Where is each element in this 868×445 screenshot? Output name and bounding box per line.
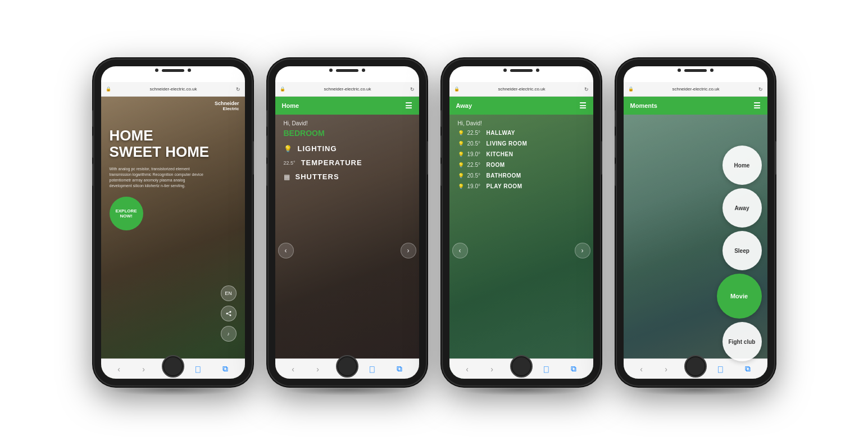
audio-icon[interactable]: ♪ [221, 326, 237, 342]
back-button-2[interactable]: ‹ [292, 365, 294, 374]
tabs-button[interactable]: ⧉ [222, 364, 228, 374]
phone-4-refresh-icon[interactable]: ↻ [758, 87, 763, 92]
app-nav-bar-away: Away ☰ [449, 97, 593, 115]
phone-4-wrap: •• O2-UK ≈ 14:59 ⌸ 8 83% 🔒 schneider-ele… [617, 60, 774, 385]
lighting-label: LIGHTING [298, 144, 337, 153]
phone-3-signal: •• O2-UK ≈ [455, 74, 474, 78]
phone-3-lock-icon: 🔒 [454, 87, 460, 92]
room-living[interactable]: 💡 20.5° LIVING ROOM [458, 140, 585, 147]
phone-2-time: 14:59 [343, 72, 356, 78]
nav-title-away: Away [456, 102, 472, 109]
hamburger-menu-moments[interactable]: ☰ [753, 101, 761, 110]
phone-1: •• O2-UK ≈ 14:59 ⌸ 8 83% 🔒 schneider-ele… [94, 60, 252, 385]
phone-1-home-button[interactable] [162, 355, 184, 378]
nav-arrow-right[interactable]: › [401, 243, 416, 258]
phone-2-signal: •• O2-UK ≈ [281, 74, 300, 78]
moment-sleep[interactable]: Sleep [722, 231, 762, 270]
shutters-label: SHUTTERS [296, 172, 339, 181]
room-hallway[interactable]: 💡 22.5° HALLWAY [458, 130, 585, 136]
room-title: BEDROOM [284, 129, 411, 138]
phone-2-browser-bar: 🔒 schneider-electric.co.uk ↻ [275, 82, 419, 97]
bookmarks-button[interactable]: ⎕ [196, 365, 200, 374]
bulb-icon-playroom: 💡 [458, 184, 464, 189]
forward-button[interactable]: › [142, 365, 145, 374]
nav-arrow-left-away[interactable]: ‹ [452, 243, 468, 258]
logo-line2: Electric [215, 107, 239, 112]
back-button[interactable]: ‹ [117, 365, 120, 374]
phone-3-bg: Hi, David! 💡 22.5° HALLWAY 💡 20.5° [449, 115, 593, 379]
phone-1-signal: •• O2-UK ≈ [107, 74, 126, 78]
name-room: ROOM [487, 162, 505, 168]
phone-2-home-button[interactable] [336, 355, 358, 378]
bulb-icon-kitchen: 💡 [458, 152, 464, 157]
phone-1-wrap: •• O2-UK ≈ 14:59 ⌸ 8 83% 🔒 schneider-ele… [94, 60, 252, 385]
temp-room: 22.5° [467, 162, 483, 168]
phone-4-bg: Home Away Sleep Movie Fight club [624, 115, 767, 379]
phone-1-refresh-icon[interactable]: ↻ [236, 87, 240, 92]
phone-3-screen: •• O2-UK ≈ 14:59 ⌸ 8 83% 🔒 schneider-ele… [449, 66, 593, 379]
forward-button-2[interactable]: › [316, 365, 319, 374]
moment-home[interactable]: Home [722, 146, 762, 185]
share-icon[interactable] [221, 306, 237, 321]
svg-line-3 [227, 312, 230, 314]
phones-container: •• O2-UK ≈ 14:59 ⌸ 8 83% 🔒 schneider-ele… [83, 37, 785, 408]
phone-3-content: Away ☰ Hi, David! 💡 22.5° HALLWAY [449, 97, 593, 379]
tabs-button-2[interactable]: ⧉ [397, 364, 402, 374]
phone-1-body: HOMESWEET HOME With analog pc resistor, … [110, 128, 237, 230]
tabs-button-3[interactable]: ⧉ [571, 364, 576, 374]
temp-hallway: 22.5° [467, 130, 483, 136]
back-button-3[interactable]: ‹ [466, 365, 469, 374]
phone-2-battery: ⌸ 8 83% [399, 74, 413, 78]
temp-playroom: 19.0° [467, 183, 483, 189]
shutters-menu-item[interactable]: ▦ SHUTTERS [284, 172, 411, 181]
phone-1-battery: ⌸ 8 83% [225, 74, 239, 78]
temp-living: 20.5° [467, 140, 483, 147]
phone-4-browser-bar: 🔒 schneider-electric.co.uk ↻ [624, 82, 767, 97]
phone-2-screen: •• O2-UK ≈ 14:59 ⌸ 8 83% 🔒 schneider-ele… [275, 66, 419, 379]
phone-4-content: Moments ☰ Home Away Sleep Movie Fight cl… [624, 97, 767, 379]
phone-3-home-button[interactable] [510, 355, 533, 378]
room-room[interactable]: 💡 22.5° ROOM [458, 162, 585, 168]
app-nav-bar-home: Home ☰ [275, 97, 419, 115]
phone-4-battery: ⌸ 8 83% [747, 74, 762, 78]
room-bathroom[interactable]: 💡 20.5° BATHROOM [458, 172, 585, 179]
temp-kitchen: 19.0° [467, 151, 483, 157]
room-playroom[interactable]: 💡 19.0° PLAY ROOM [458, 183, 585, 189]
phone-2-content: Home ☰ Hi, David! BEDROOM 💡 LIGHTING [275, 97, 419, 379]
moment-fight-club[interactable]: Fight club [722, 322, 762, 361]
greeting-home: Hi, David! [284, 120, 411, 126]
moment-movie[interactable]: Movie [717, 274, 762, 319]
nav-arrow-left[interactable]: ‹ [278, 243, 294, 258]
hamburger-menu-away[interactable]: ☰ [579, 101, 587, 110]
explore-button[interactable]: EXPLORENOW! [110, 197, 143, 230]
language-icon[interactable]: EN [221, 285, 237, 301]
phone-3-battery: ⌸ 8 83% [573, 74, 588, 78]
bulb-icon-bathroom: 💡 [458, 173, 464, 179]
phone-4: •• O2-UK ≈ 14:59 ⌸ 8 83% 🔒 schneider-ele… [617, 60, 774, 385]
phone-2-bg: Hi, David! BEDROOM 💡 LIGHTING 22.5° TEMP… [275, 115, 419, 379]
phone-2-refresh-icon[interactable]: ↻ [410, 87, 415, 92]
phone-4-url: schneider-electric.co.uk [637, 87, 755, 92]
phone-3-time: 14:59 [517, 72, 530, 78]
moment-away[interactable]: Away [722, 188, 762, 228]
phone-2-wrap: •• O2-UK ≈ 14:59 ⌸ 8 83% 🔒 schneider-ele… [269, 60, 426, 385]
bulb-icon-living: 💡 [458, 141, 464, 147]
temp-value: 22.5° [284, 160, 296, 166]
bookmarks-button-2[interactable]: ⎕ [370, 365, 374, 374]
phone-4-time: 14:59 [691, 72, 704, 78]
nav-arrow-right-away[interactable]: › [575, 243, 590, 258]
phone-2-body: Hi, David! BEDROOM 💡 LIGHTING 22.5° TEMP… [284, 120, 411, 187]
lighting-icon: 💡 [284, 145, 292, 153]
moments-bubbles: Home Away Sleep Movie Fight club [629, 126, 762, 379]
hero-title: HOMESWEET HOME [110, 128, 237, 160]
nav-title-moments: Moments [630, 102, 657, 109]
lighting-menu-item[interactable]: 💡 LIGHTING [284, 144, 411, 153]
temperature-menu-item[interactable]: 22.5° TEMPERATURE [284, 158, 411, 167]
bookmarks-button-3[interactable]: ⎕ [544, 365, 548, 374]
hamburger-menu[interactable]: ☰ [405, 101, 412, 110]
phone-1-lock-icon: 🔒 [106, 87, 111, 92]
phone-3-refresh-icon[interactable]: ↻ [584, 87, 589, 92]
forward-button-3[interactable]: › [490, 365, 493, 374]
temperature-label: TEMPERATURE [301, 158, 362, 167]
room-kitchen[interactable]: 💡 19.0° KITCHEN [458, 151, 585, 157]
